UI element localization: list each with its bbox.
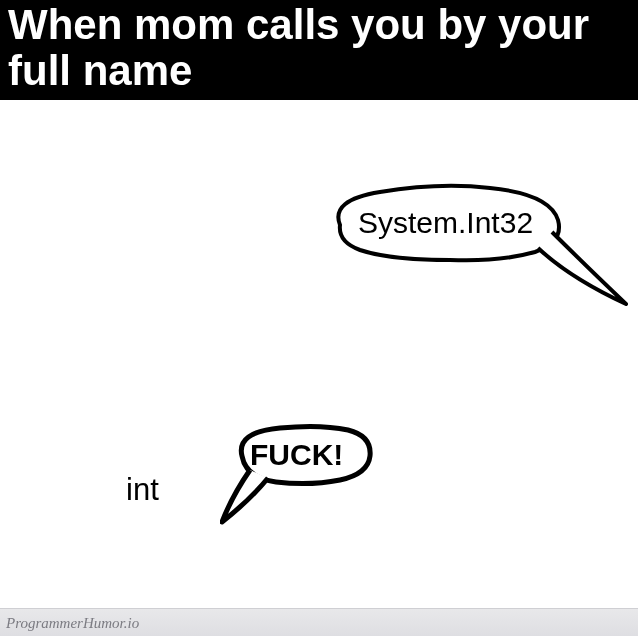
header-title: When mom calls you by your full name: [8, 1, 589, 94]
meme-canvas: System.Int32 FUCK! int: [0, 100, 638, 636]
mom-bubble-text: System.Int32: [358, 206, 533, 240]
child-bubble-text: FUCK!: [250, 438, 343, 472]
watermark-footer: ProgrammerHumor.io: [0, 608, 638, 636]
child-speech-bubble: FUCK!: [220, 418, 420, 542]
speech-bubble-icon: [220, 418, 420, 538]
watermark-text: ProgrammerHumor.io: [6, 615, 139, 631]
meme-header: When mom calls you by your full name: [0, 0, 638, 100]
child-label: int: [126, 472, 159, 508]
mom-speech-bubble: System.Int32: [320, 180, 638, 354]
